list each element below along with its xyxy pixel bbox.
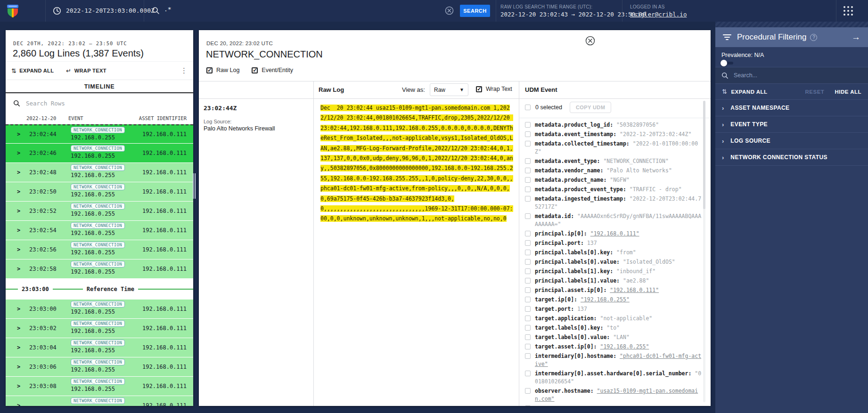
udm-field-checkbox[interactable] bbox=[525, 122, 531, 128]
event-type-badge[interactable]: NETWORK_CONNECTION bbox=[71, 184, 125, 190]
udm-field-checkbox[interactable] bbox=[525, 388, 531, 394]
chevron-right-icon[interactable]: > bbox=[17, 364, 20, 370]
event-type-badge[interactable]: NETWORK_CONNECTION bbox=[71, 359, 125, 365]
udm-field-value[interactable]: "to" bbox=[606, 324, 620, 331]
udm-field-value[interactable]: "LAN" bbox=[613, 334, 630, 340]
timeline-row[interactable]: > 23:03:00 NETWORK_CONNECTION 192.168.0.… bbox=[6, 300, 193, 318]
event-type-badge[interactable]: NETWORK_CONNECTION bbox=[71, 378, 125, 385]
filter-section[interactable]: › NETWORK CONNECTION STATUS bbox=[715, 149, 868, 166]
udm-field-value[interactable]: 137 bbox=[587, 240, 597, 246]
chevron-right-icon[interactable]: > bbox=[17, 208, 20, 214]
event-type-badge[interactable]: NETWORK_CONNECTION bbox=[71, 127, 125, 133]
udm-field-value[interactable]: "inbound_if" bbox=[616, 268, 655, 275]
chevron-right-icon[interactable]: > bbox=[17, 344, 20, 351]
event-type-badge[interactable]: NETWORK_CONNECTION bbox=[71, 164, 125, 171]
udm-field-checkbox[interactable] bbox=[525, 334, 531, 340]
udm-field-checkbox[interactable] bbox=[525, 131, 531, 137]
event-type-badge[interactable]: NETWORK_CONNECTION bbox=[71, 301, 125, 308]
udm-field-checkbox[interactable] bbox=[525, 158, 531, 164]
udm-field-checkbox[interactable] bbox=[525, 231, 531, 236]
timeline-row[interactable]: > 23:02:58 NETWORK_CONNECTION 192.168.0.… bbox=[6, 259, 193, 278]
udm-field-checkbox[interactable] bbox=[525, 344, 531, 349]
udm-field-checkbox[interactable] bbox=[525, 259, 531, 265]
filter-expand-all-button[interactable]: ⇅ EXPAND ALL bbox=[722, 88, 768, 95]
chevron-right-icon[interactable]: > bbox=[17, 266, 20, 272]
chevron-right-icon[interactable]: > bbox=[17, 188, 20, 195]
event-entity-checkbox[interactable]: Event/Entity bbox=[252, 67, 293, 73]
udm-field-checkbox[interactable] bbox=[525, 141, 531, 146]
view-as-select[interactable]: Raw ▼ bbox=[430, 83, 468, 96]
timeline-row[interactable]: > 23:02:48 NETWORK_CONNECTION 192.168.0.… bbox=[6, 163, 193, 182]
chevron-right-icon[interactable]: > bbox=[17, 131, 20, 138]
udm-field-value[interactable]: "ae2.88" bbox=[623, 277, 649, 284]
filter-search-input[interactable] bbox=[734, 72, 847, 79]
timeline-row[interactable]: > 23:03:06 NETWORK_CONNECTION 192.168.0.… bbox=[6, 357, 193, 376]
udm-field-value[interactable]: "NETWORK_CONNECTION" bbox=[603, 158, 668, 164]
timeline-row[interactable]: > 23:02:54 NETWORK_CONNECTION 192.168.0.… bbox=[6, 221, 193, 240]
udm-field-value[interactable]: "2022-12-20T23:02:44Z" bbox=[620, 131, 691, 138]
timeline-row[interactable]: > NETWORK_CONNECTION 192.168.0.255 192.1… bbox=[6, 396, 193, 406]
timeline-row[interactable]: > 23:03:08 NETWORK_CONNECTION 192.168.0.… bbox=[6, 377, 193, 396]
timeline-row[interactable]: > 23:02:50 NETWORK_CONNECTION 192.168.0.… bbox=[6, 182, 193, 201]
udm-field-checkbox[interactable] bbox=[525, 371, 531, 376]
timeline-row[interactable]: > 23:02:46 NETWORK_CONNECTION 192.168.0.… bbox=[6, 144, 193, 162]
event-type-badge[interactable]: NETWORK_CONNECTION bbox=[71, 222, 125, 229]
udm-field-checkbox[interactable] bbox=[525, 405, 531, 406]
chevron-right-icon[interactable]: > bbox=[17, 325, 20, 332]
udm-field-value[interactable]: "192.168.0.255" bbox=[600, 343, 649, 350]
udm-field-checkbox[interactable] bbox=[525, 278, 531, 283]
search-button[interactable]: SEARCH bbox=[460, 5, 490, 17]
apps-grid-icon[interactable] bbox=[843, 6, 853, 16]
close-icon[interactable] bbox=[585, 36, 595, 46]
search-rows-input[interactable] bbox=[26, 100, 167, 107]
event-type-badge[interactable]: NETWORK_CONNECTION bbox=[71, 397, 125, 404]
expand-all-button[interactable]: ⇅ EXPAND ALL bbox=[11, 67, 54, 74]
udm-field-value[interactable]: "192.168.0.255" bbox=[581, 296, 630, 303]
panel-resize-handle[interactable] bbox=[193, 173, 197, 199]
udm-field-value[interactable]: "Isolated_OldOS" bbox=[623, 259, 675, 265]
chevron-right-icon[interactable]: > bbox=[17, 383, 20, 389]
udm-field-checkbox[interactable] bbox=[525, 196, 531, 202]
udm-field-checkbox[interactable] bbox=[525, 325, 531, 331]
udm-field-checkbox[interactable] bbox=[525, 316, 531, 321]
filter-reset-button[interactable]: RESET bbox=[805, 89, 825, 95]
filter-hide-all-button[interactable]: HIDE ALL bbox=[835, 89, 861, 95]
timeline-row[interactable]: > 23:03:04 NETWORK_CONNECTION 192.168.0.… bbox=[6, 338, 193, 357]
udm-field-checkbox[interactable] bbox=[525, 287, 531, 293]
timeline-row[interactable]: > 23:02:56 NETWORK_CONNECTION 192.168.0.… bbox=[6, 240, 193, 259]
chevron-right-icon[interactable]: > bbox=[17, 306, 20, 312]
collapse-panel-arrow-icon[interactable]: → bbox=[852, 32, 860, 42]
timeline-row[interactable]: > 23:02:44 NETWORK_CONNECTION 192.168.0.… bbox=[6, 124, 193, 143]
udm-field-checkbox[interactable] bbox=[525, 268, 531, 274]
udm-field-checkbox[interactable] bbox=[525, 306, 531, 312]
chevron-right-icon[interactable]: > bbox=[17, 402, 20, 406]
chevron-right-icon[interactable]: > bbox=[17, 246, 20, 253]
raw-log-checkbox[interactable]: Raw Log bbox=[206, 67, 239, 73]
udm-select-all-checkbox[interactable] bbox=[525, 105, 531, 110]
udm-field-checkbox[interactable] bbox=[525, 297, 531, 302]
filter-section[interactable]: › LOG SOURCE bbox=[715, 133, 868, 149]
clock-icon[interactable] bbox=[53, 7, 61, 15]
udm-field-value[interactable]: "NGFW" bbox=[610, 177, 630, 183]
chevron-right-icon[interactable]: > bbox=[17, 169, 20, 176]
filter-section[interactable]: › ASSET NAMESPACE bbox=[715, 100, 868, 116]
event-type-badge[interactable]: NETWORK_CONNECTION bbox=[71, 340, 125, 346]
udm-field-value[interactable]: 137 bbox=[577, 306, 587, 312]
udm-field-checkbox[interactable] bbox=[525, 240, 531, 246]
kebab-menu-icon[interactable]: ⋮ bbox=[180, 66, 188, 75]
search-query-input[interactable] bbox=[164, 6, 428, 13]
wrap-text-checkbox[interactable]: Wrap Text bbox=[476, 86, 512, 92]
user-email-link[interactable]: tsigler@cribl.io bbox=[630, 11, 687, 18]
timeline-row[interactable]: > 23:03:02 NETWORK_CONNECTION 192.168.0.… bbox=[6, 319, 193, 338]
prevalence-toggle[interactable] bbox=[721, 60, 735, 66]
udm-field-checkbox[interactable] bbox=[525, 168, 531, 173]
udm-field-checkbox[interactable] bbox=[525, 353, 531, 359]
udm-field-value[interactable]: "not-applicable" bbox=[600, 315, 653, 322]
wrap-text-button[interactable]: ↵ WRAP TEXT bbox=[66, 67, 106, 74]
copy-udm-button[interactable]: COPY UDM bbox=[570, 102, 611, 113]
udm-field-checkbox[interactable] bbox=[525, 250, 531, 255]
event-type-badge[interactable]: NETWORK_CONNECTION bbox=[71, 242, 125, 248]
event-type-badge[interactable]: NETWORK_CONNECTION bbox=[71, 320, 125, 327]
udm-field-checkbox[interactable] bbox=[525, 177, 531, 183]
chevron-right-icon[interactable]: > bbox=[17, 227, 20, 234]
